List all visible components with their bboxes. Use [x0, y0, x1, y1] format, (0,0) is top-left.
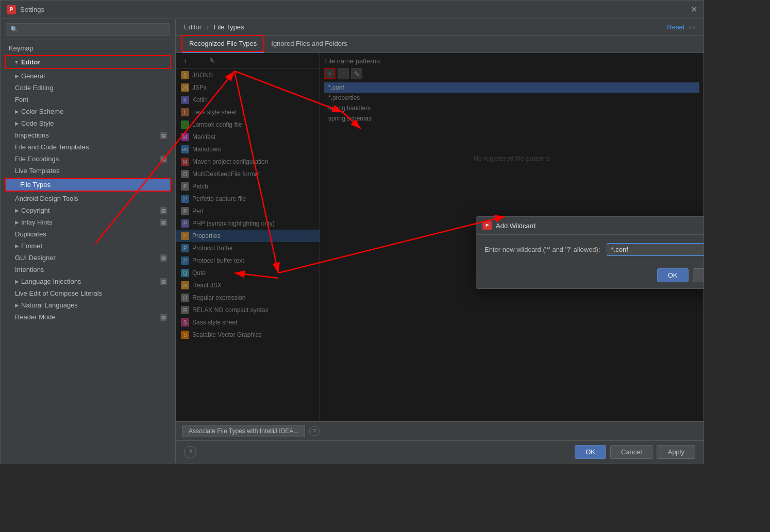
editor-expand-icon: ▼ [14, 59, 19, 65]
sidebar-item-natural-languages[interactable]: ▶ Natural Languages [1, 299, 175, 311]
footer-help-icon[interactable]: ? [184, 446, 196, 458]
sidebar-item-inspections[interactable]: Inspections ▤ [1, 129, 175, 141]
sidebar-item-font[interactable]: Font [1, 94, 175, 106]
code-style-label: Code Style [21, 119, 54, 127]
dialog-ok-button[interactable]: OK [657, 268, 689, 282]
window-title: Settings [20, 6, 44, 13]
right-panel: Editor › File Types Reset ‹ › Recognized… [176, 19, 704, 463]
general-expand-icon: ▶ [15, 73, 19, 79]
recognized-tab-label: Recognized File Types [189, 40, 257, 47]
keymap-label: Keymap [9, 44, 34, 52]
natural-languages-expand-icon: ▶ [15, 302, 19, 308]
reset-button[interactable]: Reset [667, 23, 684, 31]
dialog-wildcard-input[interactable] [607, 243, 704, 256]
android-design-label: Android Design Tools [15, 195, 78, 202]
sidebar-item-code-editing[interactable]: Code Editing [1, 82, 175, 94]
language-injections-badge: ▤ [160, 278, 167, 285]
dialog-footer: OK Cancel [476, 264, 704, 288]
intentions-label: Intentions [15, 266, 44, 273]
ignored-tab-label: Ignored Files and Folders [271, 40, 347, 47]
gui-designer-badge: ▤ [160, 254, 167, 262]
file-patterns-section: File name patterns: + − ✎ *.conf *.prope… [320, 53, 704, 421]
inlay-hints-expand-icon: ▶ [15, 219, 19, 225]
sidebar-item-live-edit[interactable]: Live Edit of Compose Literals [1, 287, 175, 299]
sidebar-item-emmet[interactable]: ▶ Emmet [1, 240, 175, 252]
dialog-body: Enter new wildcard ('*' and '?' allowed)… [476, 235, 704, 264]
breadcrumb-editor: Editor [184, 23, 202, 31]
live-edit-label: Live Edit of Compose Literals [15, 289, 102, 297]
tabs-bar: Recognized File Types Ignored Files and … [176, 36, 704, 53]
breadcrumb: Editor › File Types [184, 23, 244, 31]
file-types-label: File Types [20, 181, 51, 188]
language-injections-label: Language Injections [21, 278, 81, 285]
inlay-hints-badge: ▤ [160, 219, 167, 226]
sidebar-item-file-code-templates[interactable]: File and Code Templates [1, 141, 175, 153]
search-input[interactable] [6, 23, 170, 36]
inspections-badge: ▤ [160, 132, 167, 139]
dialog-app-icon: P [482, 221, 492, 230]
sidebar-item-reader-mode[interactable]: Reader Mode ▤ [1, 311, 175, 323]
sidebar-item-language-injections[interactable]: ▶ Language Injections ▤ [1, 276, 175, 287]
footer-ok-button[interactable]: OK [575, 445, 606, 459]
right-header: Editor › File Types Reset ‹ › [176, 19, 704, 36]
sidebar-item-intentions[interactable]: Intentions [1, 264, 175, 276]
header-actions: Reset ‹ › [667, 23, 695, 31]
associate-button[interactable]: Associate File Types with IntelliJ IDEA.… [182, 425, 305, 437]
sidebar-item-duplicates[interactable]: Duplicates [1, 228, 175, 240]
sidebar-item-general[interactable]: ▶ General [1, 70, 175, 82]
natural-languages-label: Natural Languages [21, 301, 78, 309]
sidebar-item-live-templates[interactable]: Live Templates [1, 165, 175, 177]
sidebar-item-editor[interactable]: ▼ Editor [6, 56, 170, 68]
sidebar-item-file-encodings[interactable]: File Encodings ▤ [1, 153, 175, 165]
sidebar-list: Keymap ▼ Editor ▶ General Code Editing [1, 40, 175, 463]
settings-window: P Settings ✕ Keymap ▼ Editor [0, 0, 704, 464]
breadcrumb-page: File Types [214, 23, 244, 31]
dialog-title: Add Wildcard [496, 222, 535, 230]
sidebar: Keymap ▼ Editor ▶ General Code Editing [1, 19, 176, 463]
nav-back-button[interactable]: ‹ [689, 23, 691, 31]
tab-recognized[interactable]: Recognized File Types [182, 36, 264, 53]
gui-designer-label: GUI Designer [15, 254, 56, 262]
close-button[interactable]: ✕ [691, 5, 697, 14]
file-encodings-label: File Encodings [15, 155, 59, 163]
sidebar-item-gui-designer[interactable]: GUI Designer ▤ [1, 252, 175, 264]
language-injections-expand-icon: ▶ [15, 279, 19, 284]
window-footer: ? OK Cancel Apply [176, 440, 704, 463]
copyright-badge: ▤ [160, 207, 167, 214]
dialog-cancel-button[interactable]: Cancel [693, 268, 704, 282]
nav-arrows: ‹ › [689, 23, 695, 31]
sidebar-item-file-types[interactable]: File Types [6, 179, 170, 191]
duplicates-label: Duplicates [15, 230, 46, 238]
search-box [1, 19, 175, 40]
add-wildcard-dialog: P Add Wildcard ✕ Enter new wildcard ('*'… [476, 216, 704, 289]
code-style-expand-icon: ▶ [15, 121, 19, 126]
emmet-label: Emmet [21, 242, 42, 250]
nav-forward-button[interactable]: › [693, 23, 695, 31]
sidebar-item-code-style[interactable]: ▶ Code Style [1, 117, 175, 129]
footer-apply-button[interactable]: Apply [657, 445, 695, 459]
app-icon: P [7, 5, 16, 14]
live-templates-label: Live Templates [15, 167, 59, 175]
sidebar-item-color-scheme[interactable]: ▶ Color Scheme [1, 106, 175, 117]
footer-cancel-button[interactable]: Cancel [610, 445, 652, 459]
titlebar: P Settings ✕ [1, 1, 704, 19]
file-code-templates-label: File and Code Templates [15, 143, 89, 151]
emmet-expand-icon: ▶ [15, 243, 19, 249]
file-types-panel: + − ✎ {} JSONS JS JSPx [176, 53, 704, 421]
dialog-overlay: P Add Wildcard ✕ Enter new wildcard ('*'… [176, 53, 704, 421]
font-label: Font [15, 96, 28, 104]
inspections-label: Inspections [15, 131, 49, 139]
bottom-help-icon[interactable]: ? [309, 426, 320, 436]
bottom-bar: Associate File Types with IntelliJ IDEA.… [176, 421, 704, 440]
tab-ignored[interactable]: Ignored Files and Folders [264, 36, 354, 53]
copyright-expand-icon: ▶ [15, 208, 19, 213]
sidebar-item-android-design[interactable]: Android Design Tools [1, 193, 175, 204]
copyright-label: Copyright [21, 207, 50, 214]
reader-mode-label: Reader Mode [15, 313, 56, 321]
code-editing-label: Code Editing [15, 84, 53, 92]
sidebar-item-inlay-hints[interactable]: ▶ Inlay Hints ▤ [1, 216, 175, 228]
dialog-titlebar: P Add Wildcard ✕ [476, 217, 704, 235]
sidebar-item-keymap[interactable]: Keymap [1, 42, 175, 54]
sidebar-item-copyright[interactable]: ▶ Copyright ▤ [1, 204, 175, 216]
inlay-hints-label: Inlay Hints [21, 218, 53, 226]
